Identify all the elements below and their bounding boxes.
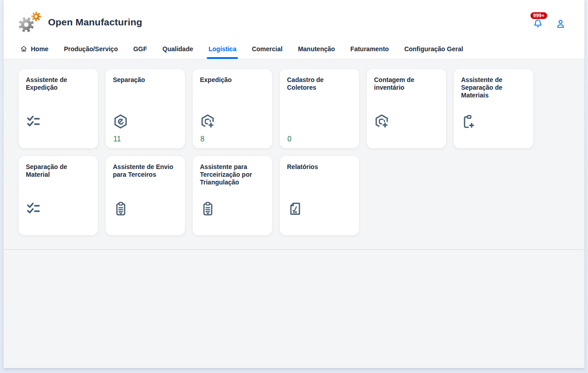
tile-assistente-de-expedicao[interactable]: Assistente de Expedição [18, 68, 98, 149]
checklist-icon [26, 114, 41, 129]
clipboard-list-icon [200, 201, 215, 216]
tab-producao-servico[interactable]: Produção/Serviço [63, 42, 119, 59]
tile-count: 0 [287, 135, 292, 143]
tile-title: Expedição [193, 69, 272, 84]
report-icon [287, 201, 302, 216]
app-title: Open Manufacturing [48, 17, 142, 28]
gears-logo-icon [17, 11, 44, 34]
header-actions: 999+ [533, 15, 566, 29]
main-nav: Home Produção/Serviço GGF Qualidade Logí… [4, 41, 584, 59]
tile-separacao-de-material[interactable]: Separação de Material [18, 155, 98, 236]
product-add-icon [200, 114, 215, 129]
tile-count: 8 [200, 135, 204, 143]
tile-title: Assistente de Expedição [19, 69, 98, 92]
bell-icon [533, 19, 543, 29]
tab-faturamento[interactable]: Faturamento [350, 42, 390, 59]
tab-label: Comercial [252, 45, 282, 53]
tab-label: Configuração Geral [404, 45, 463, 53]
tab-qualidade[interactable]: Qualidade [161, 42, 194, 59]
tab-manutencao[interactable]: Manutenção [297, 42, 336, 59]
tile-title: Assistente de Separação de Materiais [454, 69, 533, 99]
tile-grid: Assistente de Expedição Separação 11 Exp… [4, 59, 584, 250]
tab-ggf[interactable]: GGF [132, 42, 148, 59]
tile-contagem-de-inventario[interactable]: Contagem de inventário [366, 68, 447, 149]
header-top: Open Manufacturing 999+ [4, 0, 584, 41]
tile-relatorios[interactable]: Relatórios [279, 155, 360, 236]
tab-label: Faturamento [350, 45, 389, 53]
tile-expedicao[interactable]: Expedição 8 [192, 68, 272, 149]
main-content: Assistente de Expedição Separação 11 Exp… [4, 59, 584, 368]
tile-title: Separação de Material [19, 156, 98, 179]
tab-label: Home [31, 45, 49, 53]
tile-title: Separação [106, 69, 185, 84]
user-button[interactable] [555, 19, 566, 29]
tile-title: Cadastro de Coletores [280, 69, 359, 92]
tile-title: Relatórios [280, 156, 359, 171]
app-header: Open Manufacturing 999+ Home Produção/Se… [4, 0, 584, 59]
checklist-icon [26, 201, 41, 216]
tile-title: Assistente para Terceirização por Triang… [193, 156, 272, 186]
tile-assistente-terceirizacao-triangulacao[interactable]: Assistente para Terceirização por Triang… [192, 155, 272, 236]
tab-label: GGF [133, 45, 147, 53]
tile-assistente-envio-terceiros[interactable]: Assistente de Envio para Terceiros [105, 155, 185, 236]
tab-label: Produção/Serviço [64, 45, 118, 53]
tile-title: Contagem de inventário [367, 69, 446, 92]
tile-title: Assistente de Envio para Terceiros [106, 156, 185, 179]
tile-cadastro-de-coletores[interactable]: Cadastro de Coletores 0 [279, 68, 360, 149]
product-add-icon [374, 114, 389, 129]
tile-assistente-separacao-materiais[interactable]: Assistente de Separação de Materiais [453, 68, 534, 149]
tab-label: Manutenção [298, 45, 335, 53]
tab-configuracao-geral[interactable]: Configuração Geral [403, 42, 464, 59]
tab-label: Qualidade [162, 45, 193, 53]
page: Open Manufacturing 999+ Home Produção/Se… [0, 0, 588, 373]
notification-badge: 999+ [530, 12, 547, 19]
tab-logistica[interactable]: Logística [208, 42, 237, 59]
person-icon [555, 19, 566, 29]
tile-separacao[interactable]: Separação 11 [105, 68, 185, 149]
home-icon [20, 45, 28, 53]
product-icon [113, 114, 128, 129]
tile-count: 11 [113, 135, 121, 143]
tab-home[interactable]: Home [19, 41, 49, 59]
content-empty-area [4, 250, 584, 368]
tab-comercial[interactable]: Comercial [251, 42, 283, 59]
notifications-button[interactable]: 999+ [533, 19, 544, 29]
tab-label: Logística [209, 45, 236, 53]
clipboard-add-icon [461, 114, 476, 129]
clipboard-list-icon [113, 201, 128, 216]
app-window: Open Manufacturing 999+ Home Produção/Se… [4, 0, 584, 368]
